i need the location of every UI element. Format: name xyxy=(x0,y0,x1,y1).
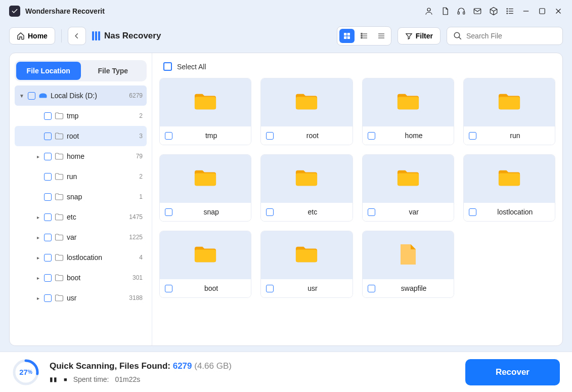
tree-item-lostlocation[interactable]: ▸ lostlocation 4 xyxy=(15,247,147,268)
grid-item-etc[interactable]: etc xyxy=(260,154,353,222)
svg-rect-21 xyxy=(361,33,362,34)
tree-item-checkbox[interactable] xyxy=(44,193,52,201)
chevron-right-icon[interactable]: ▸ xyxy=(35,295,41,301)
stop-button[interactable]: ■ xyxy=(64,376,67,382)
mail-icon[interactable] xyxy=(473,7,482,16)
tree-item-home[interactable]: ▸ home 79 xyxy=(15,146,147,166)
grid-item-home[interactable]: home xyxy=(362,78,454,145)
tab-file-type[interactable]: File Type xyxy=(81,62,146,80)
tree-item-run[interactable]: run 2 xyxy=(15,166,147,187)
tree-item-checkbox[interactable] xyxy=(44,274,52,282)
tree-item-etc[interactable]: ▸ etc 1475 xyxy=(15,207,147,227)
tree-item-checkbox[interactable] xyxy=(44,254,52,262)
filter-button[interactable]: Filter xyxy=(398,27,441,45)
grid-item-lostlocation[interactable]: lostlocation xyxy=(463,154,555,222)
folder-icon xyxy=(397,168,420,190)
grid-item-checkbox[interactable] xyxy=(266,285,274,292)
tree-item-label: var xyxy=(67,233,126,241)
tree-item-checkbox[interactable] xyxy=(44,294,52,302)
spent-time-label: Spent time: xyxy=(73,375,109,383)
chevron-right-icon[interactable]: ▸ xyxy=(35,214,41,220)
tree-item-tmp[interactable]: tmp 2 xyxy=(15,106,147,126)
scan-status: Quick Scanning, Files Found: 6279 (4.66 … xyxy=(50,361,465,371)
grid-item-checkbox[interactable] xyxy=(368,285,375,292)
svg-point-0 xyxy=(427,8,430,11)
tree-item-checkbox[interactable] xyxy=(44,112,52,120)
chevron-right-icon[interactable]: ▸ xyxy=(35,235,41,240)
tree-item-root[interactable]: root 3 xyxy=(15,126,147,146)
chevron-right-icon[interactable]: ▸ xyxy=(35,255,41,260)
tree-disk-row[interactable]: ▼ Local Disk (D:) 6279 xyxy=(15,85,147,106)
headset-icon[interactable] xyxy=(457,7,466,16)
tree-item-checkbox[interactable] xyxy=(44,234,52,241)
grid-item-checkbox[interactable] xyxy=(469,132,476,140)
tree-item-count: 1475 xyxy=(129,213,143,221)
tree-item-snap[interactable]: snap 1 xyxy=(15,187,147,207)
maximize-button[interactable] xyxy=(538,7,547,16)
grid-item-checkbox[interactable] xyxy=(368,132,375,140)
grid-item-checkbox[interactable] xyxy=(469,208,476,216)
tree-item-boot[interactable]: ▸ boot 301 xyxy=(15,268,147,288)
grid-item-checkbox[interactable] xyxy=(266,132,274,140)
tree-item-count: 2 xyxy=(139,112,143,119)
grid-item-var[interactable]: var xyxy=(362,154,454,222)
view-list-button[interactable] xyxy=(357,29,372,43)
chevron-down-icon[interactable]: ▼ xyxy=(19,93,25,99)
search-box[interactable] xyxy=(447,27,563,45)
cube-icon[interactable] xyxy=(489,7,498,16)
disk-count: 6279 xyxy=(129,92,143,99)
folder-icon xyxy=(194,92,217,114)
tree-item-usr[interactable]: ▸ usr 3188 xyxy=(15,288,147,308)
tree-item-checkbox[interactable] xyxy=(44,173,52,181)
grid-item-root[interactable]: root xyxy=(260,78,353,145)
select-all-row[interactable]: Select All xyxy=(159,60,555,78)
chevron-right-icon[interactable]: ▸ xyxy=(35,154,41,159)
svg-rect-16 xyxy=(344,36,346,39)
svg-rect-11 xyxy=(540,9,545,14)
tree-item-count: 3 xyxy=(139,133,143,140)
folder-icon xyxy=(55,213,64,221)
tree-item-label: usr xyxy=(67,294,126,302)
folder-icon xyxy=(55,253,64,262)
select-all-checkbox[interactable] xyxy=(163,62,172,71)
minimize-button[interactable] xyxy=(521,7,531,16)
tree-item-checkbox[interactable] xyxy=(44,153,52,160)
list-icon[interactable] xyxy=(505,7,514,16)
view-compact-button[interactable] xyxy=(374,29,389,43)
toolbar-divider xyxy=(61,29,62,42)
tree-item-var[interactable]: ▸ var 1225 xyxy=(15,227,147,247)
grid-item-checkbox[interactable] xyxy=(368,208,375,216)
grid-item-tmp[interactable]: tmp xyxy=(159,78,251,145)
tab-file-location[interactable]: File Location xyxy=(16,62,81,80)
back-button[interactable] xyxy=(68,27,86,45)
document-icon[interactable] xyxy=(441,7,450,16)
grid-item-checkbox[interactable] xyxy=(266,208,274,216)
grid-item-usr[interactable]: usr xyxy=(260,231,353,298)
chevron-right-icon[interactable]: ▸ xyxy=(35,275,41,281)
folder-icon xyxy=(55,152,64,160)
tree-item-checkbox[interactable] xyxy=(44,133,52,140)
grid-item-checkbox[interactable] xyxy=(165,208,172,216)
pause-button[interactable]: ▮▮ xyxy=(50,376,58,383)
home-button[interactable]: Home xyxy=(9,27,55,45)
close-button[interactable] xyxy=(554,7,563,16)
grid-item-name: boot xyxy=(177,284,246,292)
grid-item-snap[interactable]: snap xyxy=(159,154,251,222)
svg-rect-1 xyxy=(458,12,459,15)
grid-item-run[interactable]: run xyxy=(463,78,555,145)
grid-item-checkbox[interactable] xyxy=(165,132,172,140)
disk-checkbox[interactable] xyxy=(28,92,35,100)
search-input[interactable] xyxy=(466,32,556,40)
user-icon[interactable] xyxy=(424,7,433,16)
grid-item-checkbox[interactable] xyxy=(165,285,172,292)
grid-item-swapfile[interactable]: swapfile xyxy=(362,231,454,298)
folder-icon xyxy=(498,168,521,190)
grid-item-name: lostlocation xyxy=(480,208,550,216)
svg-point-27 xyxy=(454,32,460,38)
grid-item-name: root xyxy=(278,132,347,140)
grid-item-boot[interactable]: boot xyxy=(159,231,251,298)
view-grid-button[interactable] xyxy=(339,29,355,43)
recover-button[interactable]: Recover xyxy=(465,359,560,385)
svg-rect-17 xyxy=(347,36,349,39)
tree-item-checkbox[interactable] xyxy=(44,213,52,221)
